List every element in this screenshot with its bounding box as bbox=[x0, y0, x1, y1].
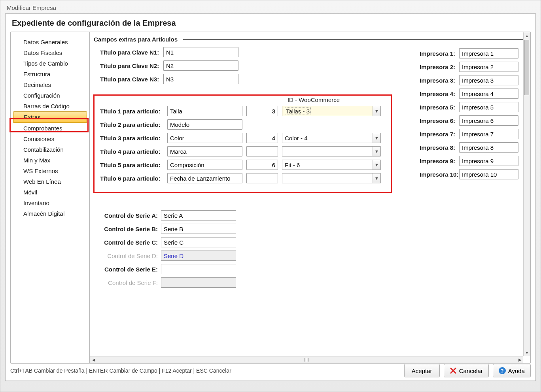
input-printer-9[interactable] bbox=[459, 156, 518, 166]
label-printer-8: Impresora 8: bbox=[420, 144, 459, 151]
window-title: Modificar Empresa bbox=[5, 4, 536, 13]
sidebar-item-comisiones[interactable]: Comisiones bbox=[11, 134, 89, 144]
input-articulo-4-id[interactable] bbox=[246, 146, 278, 156]
label-printer-6: Impresora 6: bbox=[420, 117, 459, 124]
footer: Ctrl+TAB Cambiar de Pestaña | ENTER Camb… bbox=[10, 364, 531, 377]
label-serie-d: Control de Serie D: bbox=[100, 253, 161, 259]
sidebar-item-movil[interactable]: Móvil bbox=[11, 187, 89, 198]
input-articulo-4-name[interactable] bbox=[167, 146, 242, 156]
sidebar-item-comprobantes[interactable]: Comprobantes bbox=[11, 123, 89, 134]
sidebar-item-inventario[interactable]: Inventario bbox=[11, 198, 89, 208]
label-articulo-1: Título 1 para artículo: bbox=[100, 108, 167, 115]
help-icon: ? bbox=[499, 367, 506, 374]
combo-articulo-1[interactable]: Tallas - 3 ▼ bbox=[282, 106, 381, 116]
input-printer-4[interactable] bbox=[459, 89, 518, 99]
row-serie-f: Control de Serie F: bbox=[100, 277, 526, 288]
scroll-up-icon[interactable]: ▲ bbox=[524, 32, 530, 39]
input-serie-b[interactable] bbox=[161, 224, 236, 234]
scroll-down-icon[interactable]: ▼ bbox=[524, 349, 530, 356]
label-serie-e: Control de Serie E: bbox=[100, 266, 161, 273]
ok-button[interactable]: Aceptar bbox=[404, 364, 440, 377]
outer-panel: Expediente de configuración de la Empres… bbox=[5, 13, 536, 381]
label-clave-n1: Título para Clave N1: bbox=[100, 49, 163, 56]
sidebar-item-almacen-digital[interactable]: Almacén Digital bbox=[11, 208, 89, 219]
button-bar: Aceptar Cancelar ? Ayuda bbox=[404, 364, 531, 377]
label-articulo-6: Título 6 para artículo: bbox=[100, 175, 167, 182]
row-serie-d: Control de Serie D: bbox=[100, 250, 526, 261]
sidebar-item-ws-externos[interactable]: WS Externos bbox=[11, 166, 89, 176]
combo-articulo-3-text: Color - 4 bbox=[285, 135, 308, 141]
help-button-label: Ayuda bbox=[508, 368, 525, 374]
input-articulo-3-name[interactable] bbox=[167, 133, 242, 143]
sidebar-item-tipos-cambio[interactable]: Tipos de Cambio bbox=[11, 58, 89, 69]
horizontal-scrollbar[interactable]: ◀ |||| ▶ bbox=[90, 356, 523, 363]
sidebar-item-datos-fiscales[interactable]: Datos Fiscales bbox=[11, 47, 89, 58]
sidebar-item-min-max[interactable]: Min y Max bbox=[11, 155, 89, 166]
input-articulo-5-name[interactable] bbox=[167, 160, 242, 170]
sidebar-item-web-en-linea[interactable]: Web En Línea bbox=[11, 176, 89, 187]
page-title: Expediente de configuración de la Empres… bbox=[10, 18, 531, 32]
input-articulo-5-id[interactable] bbox=[246, 160, 278, 170]
input-printer-2[interactable] bbox=[459, 62, 518, 72]
section-title: Campos extras para Artículos bbox=[94, 36, 178, 43]
cancel-button[interactable]: Cancelar bbox=[444, 364, 489, 377]
label-serie-a: Control de Serie A: bbox=[100, 212, 161, 219]
combo-articulo-3[interactable]: Color - 4 ▼ bbox=[282, 133, 381, 143]
label-printer-7: Impresora 7: bbox=[420, 131, 459, 138]
input-printer-1[interactable] bbox=[459, 48, 518, 58]
input-clave-n2[interactable] bbox=[163, 60, 238, 71]
hscroll-track[interactable]: |||| bbox=[97, 356, 516, 363]
app-window: Modificar Empresa Expediente de configur… bbox=[0, 0, 541, 392]
sidebar-item-estructura[interactable]: Estructura bbox=[11, 69, 89, 79]
label-serie-f: Control de Serie F: bbox=[100, 279, 161, 286]
input-articulo-6-name[interactable] bbox=[167, 173, 242, 183]
input-printer-7[interactable] bbox=[459, 129, 518, 139]
combo-articulo-5[interactable]: Fit - 6 ▼ bbox=[282, 160, 381, 170]
combo-articulo-1-text: Tallas - 3 bbox=[285, 107, 311, 115]
combo-articulo-4[interactable]: ▼ bbox=[282, 146, 381, 156]
row-serie-b: Control de Serie B: bbox=[100, 223, 526, 234]
scroll-left-icon[interactable]: ◀ bbox=[90, 356, 97, 363]
ok-button-label: Aceptar bbox=[412, 368, 432, 374]
sidebar-item-barras-codigo[interactable]: Barras de Código bbox=[11, 101, 89, 111]
sidebar-item-extras[interactable]: Extras bbox=[13, 111, 87, 123]
input-serie-c[interactable] bbox=[161, 237, 236, 247]
sidebar-item-decimales[interactable]: Decimales bbox=[11, 79, 89, 90]
input-printer-6[interactable] bbox=[459, 115, 518, 126]
combo-articulo-6[interactable]: ▼ bbox=[282, 173, 381, 183]
sidebar-item-contabilizacion[interactable]: Contabilización bbox=[11, 144, 89, 155]
chevron-down-icon: ▼ bbox=[373, 133, 380, 143]
printers-column: Impresora 1: Impresora 2: Impresora 3: I… bbox=[420, 48, 518, 182]
input-serie-e[interactable] bbox=[161, 264, 236, 274]
input-printer-5[interactable] bbox=[459, 102, 518, 112]
content-area: Campos extras para Artículos Título para… bbox=[90, 32, 530, 363]
input-printer-3[interactable] bbox=[459, 75, 518, 85]
input-articulo-2-name[interactable] bbox=[167, 119, 242, 130]
input-clave-n3[interactable] bbox=[163, 74, 238, 84]
sidebar-item-configuracion[interactable]: Configuración bbox=[11, 90, 89, 101]
input-articulo-1-name[interactable] bbox=[167, 106, 242, 116]
input-articulo-1-id[interactable] bbox=[246, 106, 278, 116]
vscroll-thumb[interactable] bbox=[524, 40, 529, 95]
label-articulo-5: Título 5 para artículo: bbox=[100, 162, 167, 168]
vertical-scrollbar[interactable]: ▲ ▼ bbox=[523, 32, 530, 356]
input-printer-8[interactable] bbox=[459, 142, 518, 153]
input-printer-10[interactable] bbox=[459, 169, 518, 179]
combo-articulo-5-text: Fit - 6 bbox=[285, 162, 300, 168]
chevron-down-icon: ▼ bbox=[373, 106, 380, 116]
label-printer-5: Impresora 5: bbox=[420, 104, 459, 111]
help-button[interactable]: ? Ayuda bbox=[493, 364, 531, 377]
input-clave-n1[interactable] bbox=[163, 47, 238, 57]
woo-heading: ID - WooCommerce bbox=[245, 96, 382, 103]
label-printer-9: Impresora 9: bbox=[420, 158, 459, 164]
scroll-right-icon[interactable]: ▶ bbox=[516, 356, 523, 363]
cancel-button-label: Cancelar bbox=[459, 368, 483, 374]
close-icon bbox=[450, 367, 457, 374]
input-articulo-3-id[interactable] bbox=[246, 133, 278, 143]
tab-frame: Datos Generales Datos Fiscales Tipos de … bbox=[10, 32, 531, 364]
chevron-down-icon: ▼ bbox=[373, 173, 380, 183]
sidebar-item-datos-generales[interactable]: Datos Generales bbox=[11, 37, 89, 47]
input-serie-a[interactable] bbox=[161, 210, 236, 220]
chevron-down-icon: ▼ bbox=[373, 160, 380, 170]
input-articulo-6-id[interactable] bbox=[246, 173, 278, 183]
